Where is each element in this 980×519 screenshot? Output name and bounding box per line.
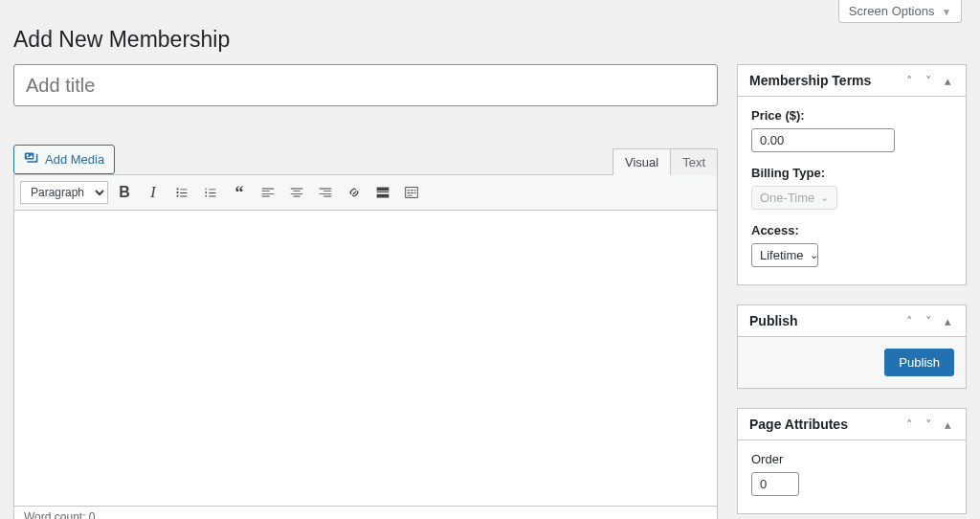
publish-button[interactable]: Publish [884,349,954,376]
align-left-button[interactable] [256,180,280,205]
numbered-list-button[interactable] [198,180,223,205]
panel-down-icon[interactable]: ˅ [922,417,935,432]
add-media-button[interactable]: Add Media [13,145,115,174]
editor-toolbar: Paragraph B I “ [13,174,718,210]
panel-up-icon[interactable]: ˄ [902,417,916,432]
access-label: Access: [751,223,952,237]
add-media-label: Add Media [45,152,104,167]
tab-text[interactable]: Text [670,148,718,175]
italic-button[interactable]: I [141,180,166,205]
billing-type-value: One-Time [760,191,814,205]
word-count-value: 0 [89,510,96,519]
toolbar-toggle-button[interactable] [399,180,424,205]
chevron-down-icon: ▼ [942,7,951,17]
media-icon [24,150,39,169]
editor-footer: Word count: 0 [13,507,718,519]
screen-options-button[interactable]: Screen Options ▼ [838,0,962,23]
order-label: Order [751,452,952,466]
panel-toggle-icon[interactable]: ▴ [941,74,954,88]
panel-publish: Publish ˄ ˅ ▴ Publish [737,305,967,389]
page-title: Add New Membership [13,23,967,64]
panel-down-icon[interactable]: ˅ [922,314,935,328]
billing-type-select: One-Time ⌄ [751,186,837,210]
blockquote-button[interactable]: “ [227,180,252,205]
panel-toggle-icon[interactable]: ▴ [941,417,954,432]
chevron-down-icon: ⌄ [810,249,818,261]
panel-title-membership-terms: Membership Terms [749,73,871,88]
chevron-down-icon: ⌄ [820,192,829,204]
billing-type-label: Billing Type: [751,166,952,180]
access-select[interactable]: Lifetime ⌄ [751,243,818,267]
title-input[interactable] [13,64,718,106]
price-label: Price ($): [751,108,952,123]
word-count-label: Word count: [24,510,85,519]
editor-content-area[interactable] [13,210,718,507]
panel-membership-terms: Membership Terms ˄ ˅ ▴ Price ($): Billin… [737,64,967,285]
access-value: Lifetime [760,248,804,262]
format-select[interactable]: Paragraph [20,181,108,204]
bullet-list-button[interactable] [169,180,194,205]
panel-down-icon[interactable]: ˅ [922,74,935,88]
link-button[interactable] [342,180,367,205]
panel-page-attributes: Page Attributes ˄ ˅ ▴ Order [737,408,967,514]
panel-up-icon[interactable]: ˄ [902,314,916,328]
screen-options-label: Screen Options [849,4,935,18]
panel-title-publish: Publish [749,313,798,328]
price-input[interactable] [751,128,895,152]
insert-more-button[interactable] [370,180,395,205]
order-input[interactable] [751,472,799,496]
align-right-button[interactable] [313,180,338,205]
bold-button[interactable]: B [112,180,137,205]
panel-toggle-icon[interactable]: ▴ [941,314,954,328]
panel-title-page-attributes: Page Attributes [749,417,848,432]
tab-visual[interactable]: Visual [612,148,671,175]
panel-up-icon[interactable]: ˄ [902,74,916,88]
align-center-button[interactable] [284,180,309,205]
